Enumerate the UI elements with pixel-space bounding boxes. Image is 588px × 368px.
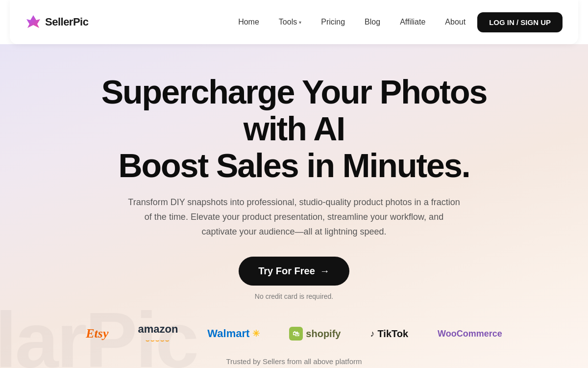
cta-button[interactable]: Try For Free → [239,257,349,286]
hero-subtitle: Transform DIY snapshots into professiona… [127,195,461,239]
shopify-logo: 🛍 shopify [289,327,341,341]
arrow-right-icon: → [320,265,330,277]
tiktok-logo: ♪ TikTok [370,328,408,340]
logo[interactable]: SellerPic [25,14,88,30]
platforms-row: Etsy amazon ⌣⌣⌣⌣⌣ Walmart✳ 🛍 shopify ♪ T… [0,324,588,343]
amazon-logo: amazon ⌣⌣⌣⌣⌣ [138,324,178,343]
brand-name: SellerPic [45,16,88,28]
trusted-text: Trusted by Sellers from all above platfo… [226,357,362,366]
etsy-logo: Etsy [86,326,108,341]
hero-section: Supercharge Your Photos with AI Boost Sa… [0,44,588,368]
woocommerce-logo: WooCommerce [438,329,502,339]
nav-links: Home Tools ▾ Pricing Blog Affiliate [230,12,563,32]
nav-about[interactable]: About [437,14,473,30]
walmart-logo: Walmart✳ [207,327,260,340]
no-credit-card-text: No credit card is required. [255,292,333,300]
chevron-down-icon: ▾ [299,20,301,25]
nav-home[interactable]: Home [230,14,267,30]
nav-blog[interactable]: Blog [357,14,388,30]
nav-pricing[interactable]: Pricing [313,14,353,30]
nav-tools[interactable]: Tools ▾ [271,14,309,30]
navbar: SellerPic Home Tools ▾ Pricing Blog A [10,0,578,44]
tiktok-icon: ♪ [370,329,374,339]
login-button[interactable]: LOG IN / SIGN UP [477,12,563,32]
nav-affiliate[interactable]: Affiliate [392,14,433,30]
hero-title: Supercharge Your Photos with AI Boost Sa… [83,74,505,184]
shopify-bag-icon: 🛍 [289,327,303,341]
